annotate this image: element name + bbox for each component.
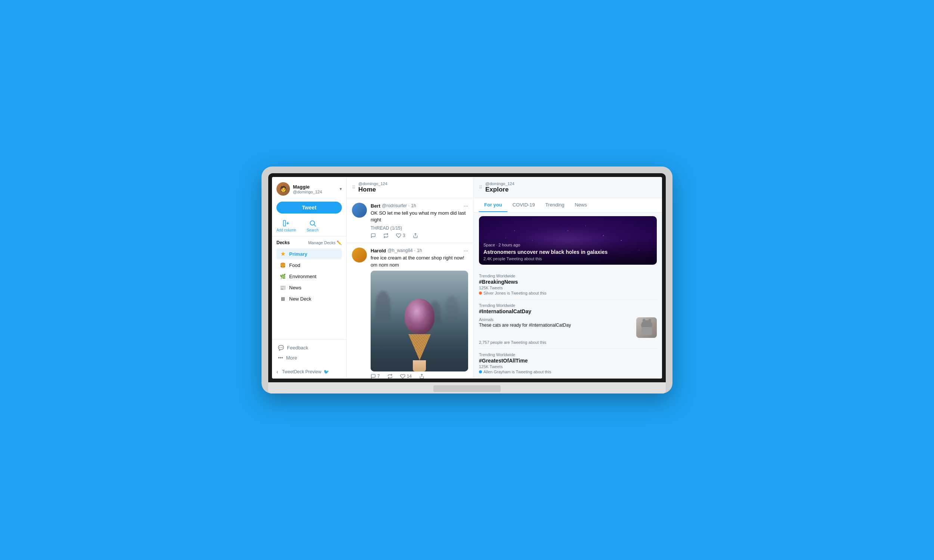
mention-text: Allen Grayham is Tweeting about this	[484, 369, 551, 374]
decks-section: Decks Manage Decks ✏️ ★ Primary 🍔 Food	[272, 236, 346, 306]
tweet-time: ·	[408, 203, 410, 208]
tweet-button[interactable]: Tweet	[276, 202, 342, 214]
hero-content: Space · 2 hours ago Astronomers uncover …	[479, 239, 657, 265]
reply-button[interactable]	[371, 233, 376, 238]
star-icon: ★	[279, 251, 286, 257]
tweet-image	[371, 271, 468, 371]
explore-title: Explore	[485, 186, 515, 193]
tweet-header: Harold @h_wang84 · 1h ···	[371, 248, 468, 254]
deck-label-primary: Primary	[289, 251, 307, 257]
user-display-name: Maggie	[293, 184, 322, 190]
trending-item-breaking-news[interactable]: Trending Worldwide #BreakingNews 125K Tw…	[479, 270, 657, 299]
chevron-down-icon[interactable]: ▾	[340, 186, 342, 192]
deck-item-news[interactable]: 📰 News	[276, 282, 342, 293]
explore-handle: @domingo_124	[485, 182, 515, 186]
svg-point-3	[310, 221, 314, 225]
deck-item-primary[interactable]: ★ Primary	[276, 248, 342, 260]
svg-rect-0	[284, 221, 286, 226]
like-count: 3	[403, 233, 405, 238]
trending-label: Trending Worldwide	[479, 303, 657, 308]
tweet-timestamp: 1h	[411, 203, 416, 208]
feedback-icon: 💬	[278, 345, 284, 351]
newspaper-icon: 📰	[279, 284, 286, 291]
search-label: Search	[307, 228, 319, 232]
trending-item-goat[interactable]: Trending Worldwide #GreatestOfAllTime 12…	[479, 349, 657, 378]
reply-count: 7	[377, 374, 380, 378]
explore-title-section: @domingo_124 Explore	[485, 182, 515, 193]
trending-item-cat-day[interactable]: Trending Worldwide #InternationalCatDay …	[479, 299, 657, 349]
search-button[interactable]: Search	[307, 220, 319, 232]
food-icon: 🍔	[279, 262, 286, 268]
tweet-user-info: Bert @rodrisurfer · 1h	[371, 203, 416, 209]
explore-body: Space · 2 hours ago Astronomers uncover …	[474, 212, 662, 378]
manage-decks-link[interactable]: Manage Decks ✏️	[308, 240, 342, 245]
like-button[interactable]: 14	[400, 374, 412, 378]
pencil-icon: ✏️	[337, 240, 342, 245]
deck-item-food[interactable]: 🍔 Food	[276, 260, 342, 271]
tweet-content: Bert @rodrisurfer · 1h ··· OK SO let me …	[371, 203, 468, 238]
avatar	[352, 203, 367, 218]
sidebar-user-section[interactable]: 🧑 Maggie @domingo_124 ▾	[272, 177, 346, 199]
sidebar-actions-row: Add column Search	[272, 218, 346, 236]
tweet-text: free ice cream at the corner shop right …	[371, 255, 468, 268]
deck-item-environment[interactable]: 🌿 Environment	[276, 271, 342, 282]
sidebar: 🧑 Maggie @domingo_124 ▾ Tweet	[272, 177, 347, 378]
tab-covid19[interactable]: COVID-19	[507, 198, 540, 212]
tweet-more-button[interactable]: ···	[464, 203, 468, 209]
more-button[interactable]: ••• More	[276, 353, 342, 363]
like-button[interactable]: 3	[396, 233, 405, 238]
trending-count: 125K Tweets	[479, 365, 657, 369]
hero-meta: 2.4K people Tweeting about this	[484, 257, 652, 261]
more-label: More	[286, 355, 297, 361]
feedback-label: Feedback	[287, 345, 308, 351]
cat-card-description: These cats are ready for #InternationalC…	[479, 323, 633, 329]
retweet-button[interactable]	[383, 233, 388, 238]
deck-item-new-deck[interactable]: ⊞ New Deck	[276, 293, 342, 304]
retweet-button[interactable]	[387, 374, 393, 378]
share-button[interactable]	[413, 233, 418, 238]
tab-trending[interactable]: Trending	[540, 198, 570, 212]
deck-label-new-deck: New Deck	[289, 296, 311, 302]
user-handle: @domingo_124	[293, 190, 322, 194]
tweet-more-button[interactable]: ···	[464, 248, 468, 254]
thread-label: THREAD (1/15)	[371, 226, 468, 231]
tweet-author-handle: @h_wang84	[387, 248, 413, 253]
tweet-actions: 7 14	[371, 374, 468, 378]
deck-label-environment: Environment	[289, 274, 316, 279]
collapse-icon[interactable]: ‹	[276, 369, 278, 375]
ice-cream-image	[371, 271, 468, 371]
add-column-label: Add column	[276, 228, 296, 232]
share-button[interactable]	[419, 374, 424, 378]
trending-mention: Silver Jones is Tweeting about this	[479, 291, 657, 295]
user-names: Maggie @domingo_124	[293, 184, 322, 194]
tweet-time: ·	[414, 248, 415, 253]
tab-for-you[interactable]: For you	[479, 198, 507, 212]
explore-tabs: For you COVID-19 Trending News	[474, 198, 662, 212]
laptop-base	[268, 382, 666, 394]
laptop-frame: 🧑 Maggie @domingo_124 ▾ Tweet	[262, 166, 672, 394]
mention-text: Silver Jones is Tweeting about this	[484, 291, 547, 295]
tweet-timestamp: 1h	[417, 248, 422, 253]
tweet-content: Harold @h_wang84 · 1h ··· free ice cream…	[371, 248, 468, 378]
explore-column-header: ⠿ @domingo_124 Explore	[474, 177, 662, 198]
home-column-body: Bert @rodrisurfer · 1h ··· OK SO let me …	[347, 198, 473, 378]
trending-count: 2,757 people are Tweeting about this	[479, 340, 657, 345]
trending-label: Trending Worldwide	[479, 274, 657, 278]
cat-category: Animals	[479, 317, 633, 322]
trending-dot	[479, 292, 482, 295]
reply-button[interactable]: 7	[371, 374, 380, 378]
drag-handle-icon[interactable]: ⠿	[352, 185, 355, 190]
drag-handle-icon[interactable]: ⠿	[479, 185, 482, 190]
trending-hero-card[interactable]: Space · 2 hours ago Astronomers uncover …	[479, 216, 657, 265]
tab-news[interactable]: News	[569, 198, 592, 212]
cat-visual	[636, 317, 657, 338]
tweet-item: Harold @h_wang84 · 1h ··· free ice cream…	[347, 243, 473, 378]
home-column-title-section: @domingo_124 Home	[358, 182, 387, 193]
decks-header: Decks Manage Decks ✏️	[276, 240, 342, 245]
feedback-button[interactable]: 💬 Feedback	[276, 343, 342, 353]
tweet-author-name: Bert	[371, 203, 380, 209]
globe-icon: 🌿	[279, 273, 286, 280]
tweet-item: Bert @rodrisurfer · 1h ··· OK SO let me …	[347, 198, 473, 243]
home-column-handle: @domingo_124	[358, 182, 387, 186]
add-column-button[interactable]: Add column	[276, 220, 296, 232]
